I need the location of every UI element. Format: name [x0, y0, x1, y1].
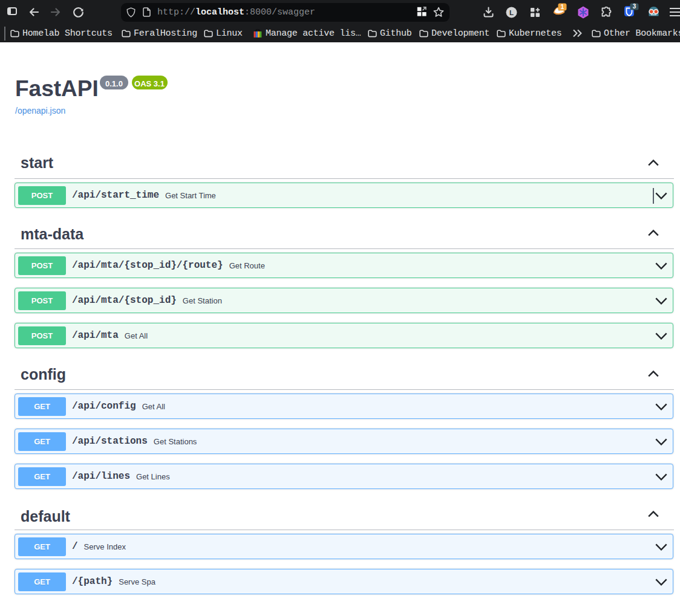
svg-text:L: L — [509, 9, 514, 16]
svg-text:3: 3 — [633, 3, 636, 10]
svg-text:1: 1 — [561, 3, 564, 10]
